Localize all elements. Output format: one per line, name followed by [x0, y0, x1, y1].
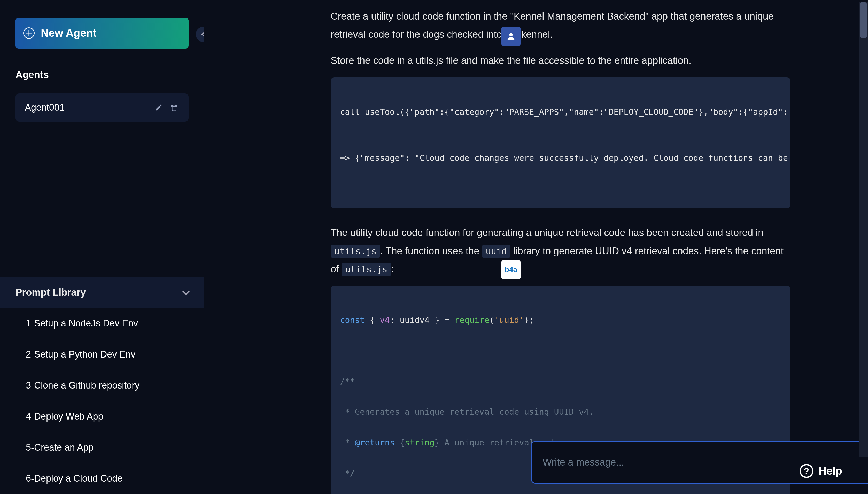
prompt-item-2[interactable]: 2-Setup a Python Dev Env — [0, 339, 204, 370]
user-prompt-line-1: Create a utility cloud code function in … — [331, 2, 790, 44]
delete-agent-button[interactable] — [169, 102, 179, 113]
chevron-down-icon — [182, 288, 190, 295]
prompt-item-4[interactable]: 4-Deploy Web App — [0, 401, 204, 432]
prompt-item-1[interactable]: 1-Setup a NodeJs Dev Env — [0, 308, 204, 339]
agents-heading: Agents — [0, 49, 204, 86]
inline-code-utilsjs-1: utils.js — [331, 245, 380, 258]
user-avatar — [501, 26, 521, 46]
pencil-icon — [155, 104, 162, 111]
help-button[interactable]: ? Help — [800, 459, 842, 482]
inline-code-uuid: uuid — [482, 245, 511, 258]
help-icon: ? — [800, 464, 813, 478]
new-agent-button[interactable]: New Agent — [16, 18, 189, 49]
scrollbar[interactable] — [859, 2, 868, 457]
prompt-item-6[interactable]: 6-Deploy a Cloud Code — [0, 463, 204, 494]
sidebar: New Agent Agents Agent001 Prompt Library… — [0, 2, 204, 494]
user-icon — [506, 31, 516, 42]
prompt-library-header[interactable]: Prompt Library — [0, 277, 204, 308]
scrollbar-thumb[interactable] — [860, 2, 867, 38]
inline-code-utilsjs-2: utils.js — [341, 263, 391, 276]
edit-agent-button[interactable] — [154, 102, 164, 113]
prompt-item-3[interactable]: 3-Clone a Github repository — [0, 370, 204, 401]
agent-row[interactable]: Agent001 — [16, 93, 189, 122]
code-block-tool-call: call useTool({"path":{"category":"PARSE_… — [331, 77, 790, 208]
svg-point-0 — [509, 33, 513, 36]
b4a-avatar: b4a — [501, 260, 521, 280]
agent-name: Agent001 — [25, 102, 148, 113]
help-label: Help — [818, 465, 842, 477]
trash-icon — [170, 103, 178, 112]
prompt-item-5[interactable]: 5-Create an App — [0, 432, 204, 463]
prompt-library-label: Prompt Library — [16, 287, 86, 298]
main-content: Create a utility cloud code function in … — [204, 2, 868, 494]
new-agent-label: New Agent — [41, 27, 96, 39]
plus-icon — [23, 27, 35, 39]
assistant-reply-p1: The utility cloud code function for gene… — [331, 224, 790, 278]
user-prompt-line-2: Store the code in a utils.js file and ma… — [331, 52, 790, 70]
